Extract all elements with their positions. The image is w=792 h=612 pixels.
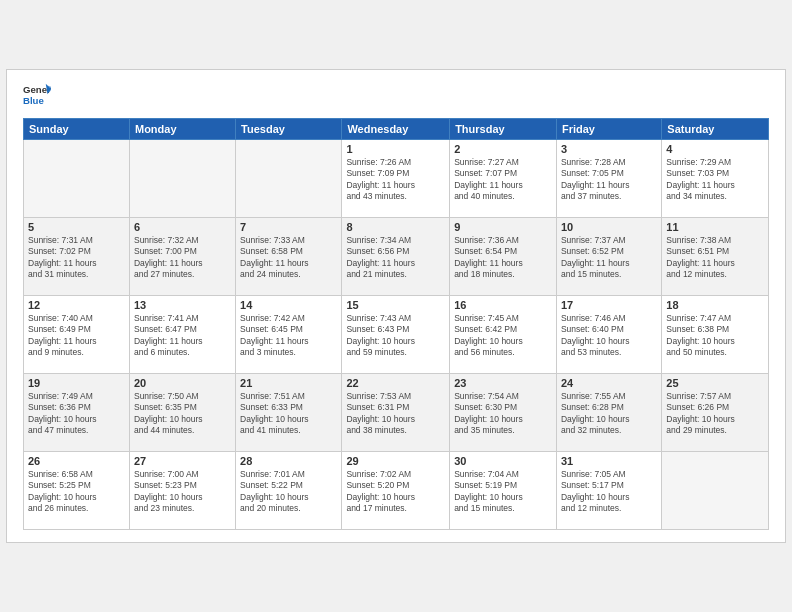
calendar-week-row: 1Sunrise: 7:26 AM Sunset: 7:09 PM Daylig… bbox=[24, 140, 769, 218]
calendar-day-cell: 31Sunrise: 7:05 AM Sunset: 5:17 PM Dayli… bbox=[556, 452, 661, 530]
calendar-day-cell: 6Sunrise: 7:32 AM Sunset: 7:00 PM Daylig… bbox=[129, 218, 235, 296]
logo: General Blue bbox=[23, 82, 51, 110]
day-info: Sunrise: 6:58 AM Sunset: 5:25 PM Dayligh… bbox=[28, 469, 125, 515]
calendar-day-cell: 7Sunrise: 7:33 AM Sunset: 6:58 PM Daylig… bbox=[236, 218, 342, 296]
weekday-header-monday: Monday bbox=[129, 119, 235, 140]
day-info: Sunrise: 7:40 AM Sunset: 6:49 PM Dayligh… bbox=[28, 313, 125, 359]
calendar-day-cell: 22Sunrise: 7:53 AM Sunset: 6:31 PM Dayli… bbox=[342, 374, 450, 452]
day-number: 16 bbox=[454, 299, 552, 311]
calendar-day-cell: 12Sunrise: 7:40 AM Sunset: 6:49 PM Dayli… bbox=[24, 296, 130, 374]
day-number: 19 bbox=[28, 377, 125, 389]
calendar-week-row: 19Sunrise: 7:49 AM Sunset: 6:36 PM Dayli… bbox=[24, 374, 769, 452]
day-number: 7 bbox=[240, 221, 337, 233]
calendar-week-row: 26Sunrise: 6:58 AM Sunset: 5:25 PM Dayli… bbox=[24, 452, 769, 530]
calendar-week-row: 12Sunrise: 7:40 AM Sunset: 6:49 PM Dayli… bbox=[24, 296, 769, 374]
calendar-day-cell: 11Sunrise: 7:38 AM Sunset: 6:51 PM Dayli… bbox=[662, 218, 769, 296]
day-info: Sunrise: 7:33 AM Sunset: 6:58 PM Dayligh… bbox=[240, 235, 337, 281]
day-info: Sunrise: 7:02 AM Sunset: 5:20 PM Dayligh… bbox=[346, 469, 445, 515]
calendar-day-cell: 21Sunrise: 7:51 AM Sunset: 6:33 PM Dayli… bbox=[236, 374, 342, 452]
calendar-day-cell: 20Sunrise: 7:50 AM Sunset: 6:35 PM Dayli… bbox=[129, 374, 235, 452]
calendar-day-cell: 1Sunrise: 7:26 AM Sunset: 7:09 PM Daylig… bbox=[342, 140, 450, 218]
day-info: Sunrise: 7:55 AM Sunset: 6:28 PM Dayligh… bbox=[561, 391, 657, 437]
day-info: Sunrise: 7:42 AM Sunset: 6:45 PM Dayligh… bbox=[240, 313, 337, 359]
day-info: Sunrise: 7:00 AM Sunset: 5:23 PM Dayligh… bbox=[134, 469, 231, 515]
day-number: 21 bbox=[240, 377, 337, 389]
day-number: 26 bbox=[28, 455, 125, 467]
day-number: 24 bbox=[561, 377, 657, 389]
day-info: Sunrise: 7:50 AM Sunset: 6:35 PM Dayligh… bbox=[134, 391, 231, 437]
day-number: 6 bbox=[134, 221, 231, 233]
calendar-day-cell: 23Sunrise: 7:54 AM Sunset: 6:30 PM Dayli… bbox=[450, 374, 557, 452]
day-number: 8 bbox=[346, 221, 445, 233]
day-info: Sunrise: 7:05 AM Sunset: 5:17 PM Dayligh… bbox=[561, 469, 657, 515]
calendar-container: General Blue SundayMondayTuesdayWednesda… bbox=[6, 69, 786, 543]
day-info: Sunrise: 7:37 AM Sunset: 6:52 PM Dayligh… bbox=[561, 235, 657, 281]
day-info: Sunrise: 7:34 AM Sunset: 6:56 PM Dayligh… bbox=[346, 235, 445, 281]
header: General Blue bbox=[23, 82, 769, 110]
day-number: 10 bbox=[561, 221, 657, 233]
day-number: 15 bbox=[346, 299, 445, 311]
calendar-day-cell: 3Sunrise: 7:28 AM Sunset: 7:05 PM Daylig… bbox=[556, 140, 661, 218]
calendar-week-row: 5Sunrise: 7:31 AM Sunset: 7:02 PM Daylig… bbox=[24, 218, 769, 296]
calendar-grid: SundayMondayTuesdayWednesdayThursdayFrid… bbox=[23, 118, 769, 530]
day-number: 17 bbox=[561, 299, 657, 311]
day-number: 1 bbox=[346, 143, 445, 155]
day-info: Sunrise: 7:49 AM Sunset: 6:36 PM Dayligh… bbox=[28, 391, 125, 437]
day-number: 9 bbox=[454, 221, 552, 233]
weekday-header-row: SundayMondayTuesdayWednesdayThursdayFrid… bbox=[24, 119, 769, 140]
day-number: 28 bbox=[240, 455, 337, 467]
day-info: Sunrise: 7:29 AM Sunset: 7:03 PM Dayligh… bbox=[666, 157, 764, 203]
day-number: 13 bbox=[134, 299, 231, 311]
day-info: Sunrise: 7:57 AM Sunset: 6:26 PM Dayligh… bbox=[666, 391, 764, 437]
day-number: 4 bbox=[666, 143, 764, 155]
calendar-day-cell: 24Sunrise: 7:55 AM Sunset: 6:28 PM Dayli… bbox=[556, 374, 661, 452]
weekday-header-friday: Friday bbox=[556, 119, 661, 140]
calendar-day-cell: 26Sunrise: 6:58 AM Sunset: 5:25 PM Dayli… bbox=[24, 452, 130, 530]
day-info: Sunrise: 7:26 AM Sunset: 7:09 PM Dayligh… bbox=[346, 157, 445, 203]
weekday-header-sunday: Sunday bbox=[24, 119, 130, 140]
day-info: Sunrise: 7:43 AM Sunset: 6:43 PM Dayligh… bbox=[346, 313, 445, 359]
weekday-header-saturday: Saturday bbox=[662, 119, 769, 140]
day-info: Sunrise: 7:47 AM Sunset: 6:38 PM Dayligh… bbox=[666, 313, 764, 359]
calendar-day-cell: 13Sunrise: 7:41 AM Sunset: 6:47 PM Dayli… bbox=[129, 296, 235, 374]
day-number: 14 bbox=[240, 299, 337, 311]
calendar-day-cell: 4Sunrise: 7:29 AM Sunset: 7:03 PM Daylig… bbox=[662, 140, 769, 218]
day-info: Sunrise: 7:28 AM Sunset: 7:05 PM Dayligh… bbox=[561, 157, 657, 203]
calendar-day-cell: 16Sunrise: 7:45 AM Sunset: 6:42 PM Dayli… bbox=[450, 296, 557, 374]
calendar-day-cell: 8Sunrise: 7:34 AM Sunset: 6:56 PM Daylig… bbox=[342, 218, 450, 296]
calendar-day-cell: 28Sunrise: 7:01 AM Sunset: 5:22 PM Dayli… bbox=[236, 452, 342, 530]
calendar-day-cell bbox=[129, 140, 235, 218]
day-info: Sunrise: 7:45 AM Sunset: 6:42 PM Dayligh… bbox=[454, 313, 552, 359]
day-info: Sunrise: 7:51 AM Sunset: 6:33 PM Dayligh… bbox=[240, 391, 337, 437]
day-info: Sunrise: 7:38 AM Sunset: 6:51 PM Dayligh… bbox=[666, 235, 764, 281]
day-number: 22 bbox=[346, 377, 445, 389]
day-number: 18 bbox=[666, 299, 764, 311]
weekday-header-tuesday: Tuesday bbox=[236, 119, 342, 140]
day-info: Sunrise: 7:53 AM Sunset: 6:31 PM Dayligh… bbox=[346, 391, 445, 437]
logo-icon: General Blue bbox=[23, 82, 51, 110]
day-number: 27 bbox=[134, 455, 231, 467]
day-info: Sunrise: 7:27 AM Sunset: 7:07 PM Dayligh… bbox=[454, 157, 552, 203]
day-number: 30 bbox=[454, 455, 552, 467]
calendar-day-cell bbox=[24, 140, 130, 218]
calendar-day-cell: 5Sunrise: 7:31 AM Sunset: 7:02 PM Daylig… bbox=[24, 218, 130, 296]
calendar-day-cell: 14Sunrise: 7:42 AM Sunset: 6:45 PM Dayli… bbox=[236, 296, 342, 374]
day-number: 20 bbox=[134, 377, 231, 389]
weekday-header-thursday: Thursday bbox=[450, 119, 557, 140]
day-info: Sunrise: 7:04 AM Sunset: 5:19 PM Dayligh… bbox=[454, 469, 552, 515]
calendar-day-cell: 29Sunrise: 7:02 AM Sunset: 5:20 PM Dayli… bbox=[342, 452, 450, 530]
day-info: Sunrise: 7:46 AM Sunset: 6:40 PM Dayligh… bbox=[561, 313, 657, 359]
calendar-day-cell: 25Sunrise: 7:57 AM Sunset: 6:26 PM Dayli… bbox=[662, 374, 769, 452]
day-number: 5 bbox=[28, 221, 125, 233]
calendar-day-cell: 19Sunrise: 7:49 AM Sunset: 6:36 PM Dayli… bbox=[24, 374, 130, 452]
day-number: 3 bbox=[561, 143, 657, 155]
day-number: 23 bbox=[454, 377, 552, 389]
day-info: Sunrise: 7:31 AM Sunset: 7:02 PM Dayligh… bbox=[28, 235, 125, 281]
calendar-day-cell bbox=[236, 140, 342, 218]
calendar-day-cell: 30Sunrise: 7:04 AM Sunset: 5:19 PM Dayli… bbox=[450, 452, 557, 530]
calendar-day-cell: 2Sunrise: 7:27 AM Sunset: 7:07 PM Daylig… bbox=[450, 140, 557, 218]
day-number: 25 bbox=[666, 377, 764, 389]
day-info: Sunrise: 7:36 AM Sunset: 6:54 PM Dayligh… bbox=[454, 235, 552, 281]
day-info: Sunrise: 7:54 AM Sunset: 6:30 PM Dayligh… bbox=[454, 391, 552, 437]
calendar-day-cell: 10Sunrise: 7:37 AM Sunset: 6:52 PM Dayli… bbox=[556, 218, 661, 296]
